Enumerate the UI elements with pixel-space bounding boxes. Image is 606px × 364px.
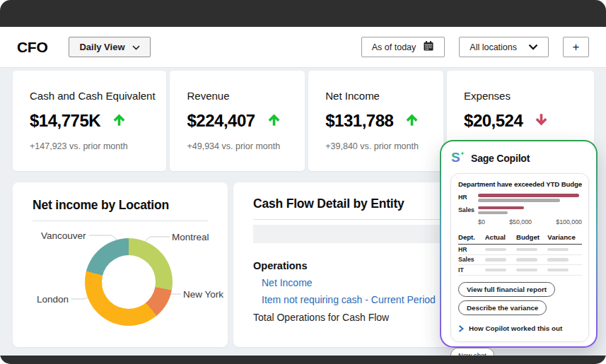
placeholder-bar (547, 258, 569, 262)
how-copilot-worked-link[interactable]: How Copilot worked this out (458, 322, 582, 335)
hr-actual-bar (478, 194, 579, 197)
sales-actual-bar (478, 206, 524, 210)
kpi-card-cash[interactable]: Cash and Cash Equivalent $14,775K +147,9… (13, 71, 166, 171)
table-row: Sales (458, 255, 582, 266)
add-widget-button[interactable]: + (563, 37, 589, 57)
row-label: Sales (458, 256, 485, 263)
donut-label-vancouver: Vancouver (41, 230, 86, 241)
bar-row-sales: Sales (458, 206, 582, 215)
kpi-label: Net Income (325, 90, 443, 102)
placeholder-bar (547, 269, 569, 272)
placeholder-bar (516, 269, 537, 272)
trend-down-icon (533, 112, 549, 131)
bar-category-label: HR (458, 194, 478, 202)
card-title: Net income by Location (33, 198, 208, 213)
donut-ring[interactable] (85, 238, 173, 326)
plus-icon: + (573, 40, 580, 54)
chevron-down-icon (528, 42, 538, 52)
date-filter-label: As of today (372, 42, 416, 52)
placeholder-bar (485, 248, 506, 252)
dashboard-header: CFO Daily View As of today (0, 27, 606, 68)
x-tick: $100,000 (556, 218, 582, 225)
view-selector-label: Daily View (79, 42, 124, 52)
view-selector-dropdown[interactable]: Daily View (69, 37, 150, 57)
svg-text:S: S (451, 150, 460, 165)
kpi-value: $14,775K (30, 111, 100, 131)
trend-up-icon (266, 112, 282, 131)
table-header: Dept. (458, 233, 485, 241)
variance-table: Dept. Actual Budget Variance HR Sales (458, 233, 582, 276)
calendar-icon (423, 40, 434, 54)
kpi-label: Cash and Cash Equivalent (30, 90, 166, 102)
donut-label-new-york: New York (183, 289, 223, 300)
bar-category-label: Sales (458, 206, 478, 215)
placeholder-bar (547, 248, 569, 252)
kpi-card-revenue[interactable]: Revenue $224,407 +49,934 vs. prior month (170, 71, 305, 171)
kpi-value: $131,788 (325, 111, 393, 131)
sage-copilot-panel: S Sage Copilot Department have exceeded … (440, 140, 598, 348)
kpi-delta: +49,934 vs. prior month (187, 141, 305, 151)
chevron-right-icon (458, 322, 464, 335)
x-tick: $50,000 (509, 218, 532, 225)
row-label: HR (458, 246, 485, 253)
view-full-report-button[interactable]: View full financial report (458, 282, 555, 297)
table-header: Actual (485, 233, 516, 241)
kpi-label: Revenue (187, 90, 305, 102)
placeholder-bar (485, 258, 506, 262)
kpi-delta: +147,923 vs. prior month (30, 141, 166, 151)
window-chrome-top (0, 0, 606, 27)
donut-label-london: London (37, 294, 69, 305)
donut-label-montreal: Montreal (172, 232, 209, 242)
kpi-label: Expenses (464, 90, 594, 102)
window-chrome-bottom (0, 356, 606, 364)
hr-budget-bar (478, 199, 560, 202)
insight-chart-title: Department have exceeded YTD Budget (458, 180, 582, 188)
kpi-card-net-income[interactable]: Net Income $131,788 +39,840 vs. prior mo… (308, 71, 443, 171)
dashboard-window: CFO Daily View As of today (0, 0, 606, 364)
bar-row-hr: HR (458, 194, 582, 202)
kpi-value: $224,407 (187, 111, 255, 131)
page-title: CFO (17, 39, 47, 56)
donut-chart: Vancouver Montreal London New York (33, 221, 208, 341)
kpi-delta: +39,840 vs. prior month (325, 141, 443, 151)
copilot-insight-card: Department have exceeded YTD Budget HR S… (450, 173, 589, 342)
placeholder-bar (516, 248, 537, 252)
kpi-value: $20,524 (464, 111, 523, 131)
sales-budget-bar (478, 211, 508, 215)
x-tick: $0 (478, 218, 485, 225)
location-filter-dropdown[interactable]: All locations (459, 37, 549, 57)
how-copilot-worked-label: How Copilot worked this out (469, 324, 562, 332)
table-header: Variance (547, 233, 582, 241)
table-row: HR (458, 245, 582, 255)
trend-up-icon (404, 112, 420, 131)
table-row: IT (458, 265, 582, 276)
placeholder-bar (516, 258, 537, 262)
location-filter-label: All locations (470, 42, 517, 52)
table-header: Budget (516, 233, 547, 241)
net-income-by-location-card: Net income by Location Vancouver Montrea… (13, 182, 228, 347)
placeholder-bar (485, 269, 506, 272)
row-label: IT (458, 266, 485, 274)
chevron-down-icon (132, 42, 140, 52)
copilot-title: Sage Copilot (471, 153, 530, 164)
date-filter-button[interactable]: As of today (361, 37, 445, 57)
describe-variance-button[interactable]: Describe the variance (458, 300, 547, 315)
sage-copilot-logo-icon: S (450, 149, 466, 168)
bar-chart-x-axis: $0 $50,000 $100,000 (478, 218, 582, 225)
trend-up-icon (111, 112, 127, 131)
